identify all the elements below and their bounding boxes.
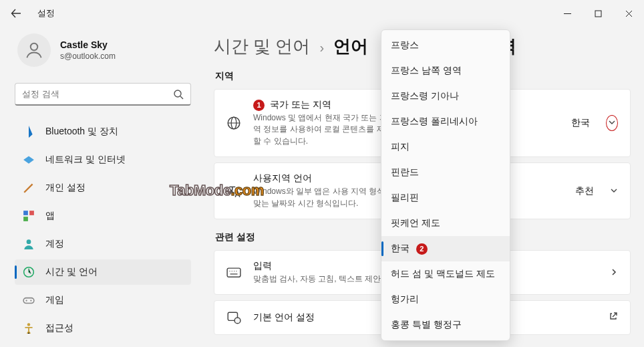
person-small-icon (23, 238, 35, 250)
svg-rect-3 (23, 211, 28, 215)
search-box[interactable] (15, 83, 191, 106)
card-desc: Windows와 일부 앱은 사용 지역 형식에 맞는 날짜와 시간 형식입니다… (253, 186, 393, 209)
close-button[interactable] (613, 0, 644, 27)
back-button[interactable] (8, 5, 24, 21)
profile-name: Castle Sky (60, 39, 116, 50)
sidebar-item-label: 앱 (45, 210, 55, 222)
avatar (17, 33, 51, 67)
sidebar-item-network[interactable]: 네트워크 및 인터넷 (15, 147, 191, 172)
svg-rect-8 (23, 298, 34, 304)
apps-icon (23, 210, 35, 222)
dropdown-option[interactable]: 홍콩 특별 행정구 (381, 312, 510, 338)
dropdown-option[interactable]: 프랑스령 폴리네시아 (381, 109, 510, 134)
sidebar-item-time-language[interactable]: 시간 및 언어 (15, 259, 191, 285)
page-title-left: 언어 (333, 35, 368, 58)
sidebar-item-label: 계정 (45, 238, 64, 250)
dropdown-option[interactable]: 허드 섬 및 맥도널드 제도 (381, 261, 510, 287)
profile-email: s@outlook.com (60, 51, 116, 61)
sidebar-item-apps[interactable]: 앱 (15, 203, 191, 229)
watermark: TabMode.com (170, 182, 264, 199)
svg-rect-4 (29, 211, 34, 215)
dropdown-option[interactable]: 헝가리 (381, 287, 510, 312)
globe-icon (226, 116, 241, 130)
wifi-icon (23, 154, 35, 166)
minimize-button[interactable] (552, 0, 583, 27)
sidebar-item-label: 개인 설정 (45, 182, 86, 194)
sidebar-item-label: 네트워크 및 인터넷 (45, 154, 126, 166)
svg-point-16 (234, 318, 240, 324)
dropdown-option[interactable]: 필리핀 (381, 185, 510, 211)
sidebar-item-label: Bluetooth 및 장치 (45, 126, 118, 138)
dropdown-option-selected[interactable]: 한국 2 (381, 236, 510, 261)
bluetooth-icon (23, 126, 35, 138)
card-title: 사용지역 언어 (253, 172, 393, 185)
country-dropdown[interactable]: 프랑스 프랑스 남쪽 영역 프랑스령 기아나 프랑스령 폴리네시아 피지 핀란드… (381, 29, 510, 341)
external-link-icon (609, 312, 618, 324)
dropdown-option[interactable]: 프랑스 (381, 33, 510, 58)
dropdown-option[interactable]: 핀란드 (381, 160, 510, 185)
sidebar-item-label: 게임 (45, 294, 64, 306)
card-desc: 맞춤법 검사, 자동 고침, 텍스트 제안 (253, 273, 381, 285)
window-title: 설정 (37, 7, 55, 19)
search-icon (173, 89, 184, 100)
dropdown-option[interactable]: 프랑스 남쪽 영역 (381, 58, 510, 84)
chevron-right-icon: › (319, 40, 324, 55)
dropdown-option[interactable]: 핏케언 제도 (381, 211, 510, 236)
minimize-icon (564, 10, 571, 17)
card-title: 1국가 또는 지역 (253, 99, 393, 111)
card-desc: Windows 및 앱에서 현재 국가 또는 지역 정보를 사용하여 로컬 콘텐… (253, 112, 393, 147)
chevron-down-icon[interactable] (610, 185, 618, 197)
search-input[interactable] (22, 89, 173, 99)
globe-clock-icon (23, 266, 35, 278)
profile-block[interactable]: Castle Sky s@outlook.com (15, 33, 191, 67)
chevron-right-icon (610, 267, 618, 279)
sidebar-item-personalization[interactable]: 개인 설정 (15, 175, 191, 201)
dropdown-option[interactable]: 피지 (381, 134, 510, 160)
card-title: 기본 언어 설정 (253, 312, 315, 324)
window-controls (552, 0, 644, 27)
svg-point-10 (30, 300, 31, 301)
gamepad-icon (23, 294, 35, 306)
dropdown-option[interactable]: 프랑스령 기아나 (381, 84, 510, 109)
country-value: 한국 (571, 117, 590, 129)
breadcrumb-parent[interactable]: 시간 및 언어 (214, 35, 310, 58)
accessibility-icon (23, 322, 35, 334)
svg-point-9 (26, 300, 27, 301)
sidebar-item-label: 시간 및 언어 (45, 266, 98, 278)
maximize-icon (595, 10, 602, 17)
svg-point-2 (174, 90, 181, 97)
sidebar-item-gaming[interactable]: 게임 (15, 287, 191, 313)
svg-rect-14 (227, 268, 240, 277)
svg-point-1 (31, 43, 38, 51)
person-icon (24, 40, 44, 60)
regional-format-value: 추천 (575, 185, 594, 197)
brush-icon (23, 182, 35, 194)
sidebar-item-bluetooth[interactable]: Bluetooth 및 장치 (15, 119, 191, 144)
keyboard-icon (226, 265, 241, 280)
sidebar-item-accounts[interactable]: 계정 (15, 231, 191, 257)
sidebar-item-label: 접근성 (45, 322, 73, 334)
annotation-badge-1: 1 (253, 100, 265, 111)
card-title: 입력 (253, 260, 381, 272)
arrow-left-icon (11, 8, 21, 19)
svg-point-6 (27, 239, 31, 244)
svg-point-11 (27, 323, 31, 326)
sidebar-item-accessibility[interactable]: 접근성 (15, 316, 191, 341)
svg-rect-0 (595, 11, 601, 17)
nav-list: Bluetooth 및 장치 네트워크 및 인터넷 개인 설정 앱 계정 시간 … (15, 119, 191, 341)
titlebar: 설정 (0, 0, 644, 27)
chevron-down-icon[interactable] (606, 115, 618, 131)
settings-lang-icon (226, 310, 241, 325)
annotation-badge-2: 2 (416, 243, 428, 255)
close-icon (625, 10, 633, 17)
svg-rect-5 (23, 217, 28, 221)
maximize-button[interactable] (583, 0, 613, 27)
